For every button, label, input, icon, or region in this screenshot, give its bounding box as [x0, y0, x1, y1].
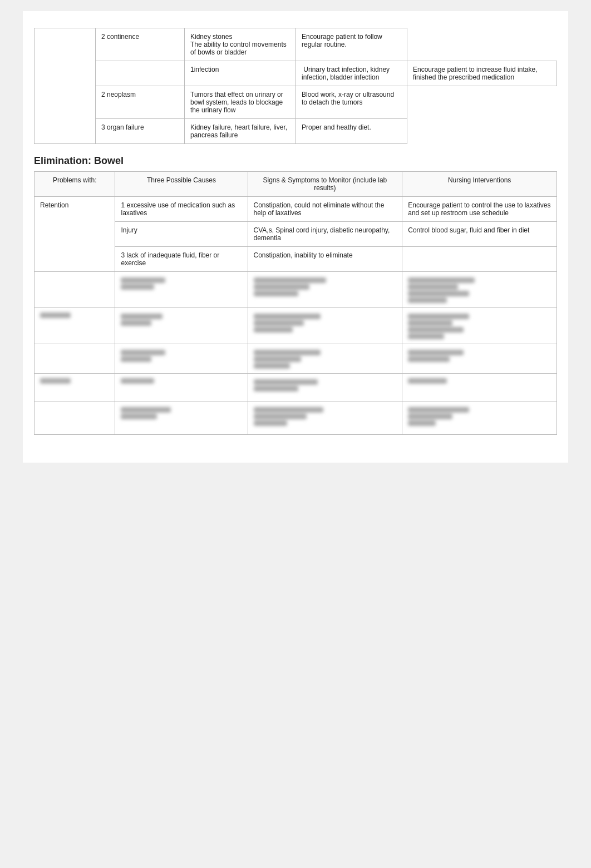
discomfort-table: 2 continence Kidney stonesThe ability to…: [34, 28, 557, 144]
cause-cell-blurred: [115, 308, 248, 344]
page: 2 continence Kidney stonesThe ability to…: [23, 11, 568, 463]
cause-cell: 3 lack of inadequate fluid, fiber or exe…: [115, 247, 248, 272]
intervention-cell: Blood work, x-ray or ultrasound to detac…: [296, 86, 407, 119]
cause-cell-blurred: [115, 272, 248, 308]
table-row: Retention 1 excessive use of medication …: [35, 197, 557, 222]
table-row: [35, 374, 557, 401]
intervention-cell-blurred: [402, 308, 557, 344]
signs-cell: Constipation, could not eliminate withou…: [248, 197, 402, 222]
table-header-row: Problems with: Three Possible Causes Sig…: [35, 172, 557, 197]
table-row: [35, 308, 557, 344]
table-row: [35, 401, 557, 435]
problem-cell: Retention: [35, 197, 115, 272]
signs-cell: CVA,s, Spinal cord injury, diabetic neur…: [248, 222, 402, 247]
problem-cell-blurred: [35, 374, 115, 401]
problem-row-label: [96, 61, 185, 86]
cause-cell: Injury: [115, 222, 248, 247]
table-row: 2 continence Kidney stonesThe ability to…: [35, 28, 557, 61]
intervention-cell: Proper and heathy diet.: [296, 119, 407, 144]
table-row: 3 organ failure Kidney failure, heart fa…: [35, 119, 557, 144]
intervention-cell: [402, 247, 557, 272]
problem-cell: [35, 344, 115, 374]
signs-cell-blurred: [248, 374, 402, 401]
signs-cell: Kidney stonesThe ability to control move…: [185, 28, 296, 61]
cause-cell-blurred: [115, 401, 248, 435]
cause-cell: 2 neoplasm: [96, 86, 185, 119]
cause-cell-blurred: [115, 374, 248, 401]
intervention-cell: Encourage patient to control the use to …: [402, 197, 557, 222]
intervention-cell-blurred: [402, 401, 557, 435]
intervention-cell: Encourage patient to follow regular rout…: [296, 28, 407, 61]
intervention-cell: Control blood sugar, fluid and fiber in …: [402, 222, 557, 247]
signs-cell-blurred: [248, 272, 402, 308]
table-row: 2 neoplasm Tumors that effect on urinary…: [35, 86, 557, 119]
signs-cell: Kidney failure, heart failure, liver, pa…: [185, 119, 296, 144]
col-header-causes: Three Possible Causes: [115, 172, 248, 197]
intervention-cell-blurred: [402, 374, 557, 401]
col-header-signs: Signs & Symptoms to Monitor (include lab…: [248, 172, 402, 197]
table-row: [35, 272, 557, 308]
signs-cell-blurred: [248, 344, 402, 374]
signs-cell-blurred: [248, 308, 402, 344]
bowel-table: Problems with: Three Possible Causes Sig…: [34, 171, 557, 435]
table-row: 1infection Urinary tract infection, kidn…: [35, 61, 557, 86]
col-header-problems: Problems with:: [35, 172, 115, 197]
cause-cell: 1 excessive use of medication such as la…: [115, 197, 248, 222]
intervention-cell: Encourage patient to increase fluid inta…: [407, 61, 557, 86]
cause-cell-blurred: [115, 344, 248, 374]
cause-cell: 2 continence: [96, 28, 185, 61]
intervention-cell-blurred: [402, 272, 557, 308]
signs-cell-blurred: [248, 401, 402, 435]
intervention-cell-blurred: [402, 344, 557, 374]
problem-cell: [35, 401, 115, 435]
problem-cell: [35, 272, 115, 308]
bowel-section-title: Elimination: Bowel: [34, 155, 557, 167]
cause-cell: 3 organ failure: [96, 119, 185, 144]
problem-cell-blurred: [35, 308, 115, 344]
problem-cell: [35, 28, 96, 144]
signs-cell: Tumors that effect on urinary or bowl sy…: [185, 86, 296, 119]
col-header-interventions: Nursing Interventions: [402, 172, 557, 197]
signs-cell: Urinary tract infection, kidney infectio…: [296, 61, 407, 86]
table-row: [35, 344, 557, 374]
cause-cell: 1infection: [185, 61, 296, 86]
signs-cell: Constipation, inability to eliminate: [248, 247, 402, 272]
